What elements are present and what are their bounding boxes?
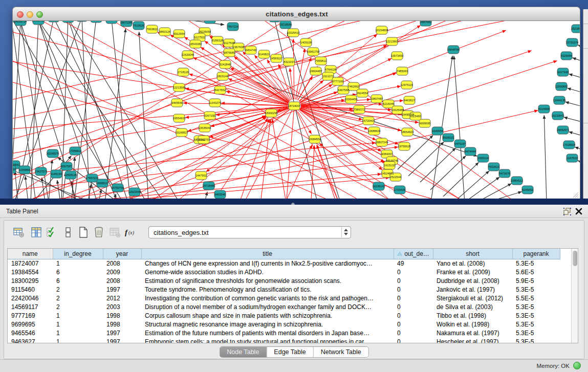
cell-pagerank[interactable]: 5.5E-5 (512, 294, 560, 302)
cell-pagerank[interactable]: 5.3E-5 (512, 329, 560, 337)
column-header-pagerank[interactable]: pagerank (512, 249, 560, 259)
column-header-out_degree[interactable]: out_de… (394, 249, 433, 259)
graph-node[interactable] (76, 21, 88, 21)
cell-name[interactable]: 9465546 (8, 329, 53, 337)
select-all-rows-icon[interactable] (44, 225, 59, 240)
cell-in_degree[interactable]: 2 (53, 302, 103, 311)
table-row[interactable]: 1938455462009Genome-wide association stu… (8, 268, 560, 276)
graph-node[interactable] (106, 21, 117, 24)
column-header-short[interactable]: short (433, 249, 512, 259)
cell-title[interactable]: Investigating the contribution of common… (141, 294, 394, 302)
cell-out_degree[interactable]: 0 (394, 302, 433, 311)
table-row[interactable]: 946362711997Embryonic stem cells: a mode… (8, 337, 560, 343)
table-row[interactable]: 969969511998Structural magnetic resonanc… (8, 320, 560, 329)
cell-year[interactable]: 2008 (103, 259, 141, 268)
cell-year[interactable]: 1998 (103, 311, 141, 320)
network-canvas[interactable]: 2005334624055724206914061250513510653287… (12, 21, 580, 200)
cell-in_degree[interactable]: 1 (53, 329, 103, 337)
cell-in_degree[interactable]: 6 (53, 276, 103, 285)
cell-name[interactable]: 19384554 (8, 268, 53, 276)
graph-node[interactable] (62, 21, 74, 23)
cell-name[interactable]: 18300295 (8, 276, 53, 285)
cell-in_degree[interactable]: 6 (53, 268, 103, 276)
cell-name[interactable]: 22420046 (8, 294, 53, 302)
column-header-in_degree[interactable]: in_degree (53, 249, 103, 259)
cell-title[interactable]: Changes of HCN gene expression and I(f) … (141, 259, 394, 268)
graph-node[interactable] (48, 21, 59, 22)
close-panel-icon[interactable] (575, 207, 583, 215)
scrollbar-thumb[interactable] (573, 251, 577, 266)
cell-out_degree[interactable]: 0 (394, 320, 433, 329)
cell-pagerank[interactable]: 5.9E-5 (512, 276, 560, 285)
cell-out_degree[interactable]: 0 (394, 337, 433, 343)
cell-year[interactable]: 1997 (103, 285, 141, 294)
cell-name[interactable]: 14569117 (8, 302, 53, 311)
cell-in_degree[interactable]: 1 (53, 337, 103, 343)
cell-year[interactable]: 1997 (103, 329, 141, 337)
tab-network-table[interactable]: Network Table (314, 347, 368, 357)
table-selector-combobox[interactable]: citations_edges.txt (148, 226, 351, 238)
graph-node[interactable] (91, 21, 102, 23)
table-row[interactable]: 1830029562008Estimation of significance … (8, 276, 560, 285)
cell-name[interactable]: 9463627 (8, 337, 53, 343)
table-row[interactable]: 946554611997Estimation of the future num… (8, 329, 560, 337)
tab-edge-table[interactable]: Edge Table (267, 347, 313, 357)
unselect-rows-icon[interactable] (60, 225, 76, 240)
graph-node[interactable] (269, 21, 280, 22)
cell-short[interactable]: Dudbridge et al. (2008) (433, 276, 512, 285)
cell-short[interactable]: Jankovic et al. (1997) (433, 285, 512, 294)
cell-year[interactable]: 2008 (103, 276, 141, 285)
cell-title[interactable]: Estimation of the future numbers of pati… (141, 329, 394, 337)
cell-year[interactable]: 2009 (103, 268, 141, 276)
combobox-stepper-icon[interactable] (341, 227, 350, 237)
column-header-name[interactable]: name (8, 249, 53, 259)
cell-title[interactable]: Estimation of significance thresholds fo… (141, 276, 394, 285)
column-header-year[interactable]: year (103, 249, 141, 259)
cell-name[interactable]: 9777169 (8, 311, 53, 320)
delete-table-icon[interactable] (107, 225, 123, 240)
cell-out_degree[interactable]: 0 (394, 268, 433, 276)
cell-in_degree[interactable]: 1 (53, 259, 103, 268)
cell-in_degree[interactable]: 1 (53, 311, 103, 320)
cell-short[interactable]: Yano et al. (2008) (433, 259, 512, 268)
cell-short[interactable]: de Silva et al. (2003) (433, 302, 512, 311)
delete-columns-icon[interactable] (91, 225, 106, 240)
cell-short[interactable]: Franke et al. (2009) (433, 268, 512, 276)
table-row[interactable]: 977716911998Corpus callosum shape and si… (8, 311, 560, 320)
cell-title[interactable]: Disruption of a novel member of a sodium… (141, 302, 394, 311)
table-row[interactable]: 1456911722003Disruption of a novel membe… (8, 302, 560, 311)
float-panel-icon[interactable] (563, 207, 572, 216)
cell-name[interactable]: 18724007 (8, 259, 53, 268)
cell-in_degree[interactable]: 1 (53, 320, 103, 329)
cell-in_degree[interactable]: 2 (53, 285, 103, 294)
cell-title[interactable]: Embryonic stem cells: a model to study s… (141, 337, 394, 343)
cell-pagerank[interactable]: 5.3E-5 (512, 302, 560, 311)
memory-ok-indicator-icon[interactable] (573, 362, 581, 369)
cell-short[interactable]: Tibbo et al. (1998) (433, 311, 512, 320)
cell-short[interactable]: Wolkin et al. (1998) (433, 320, 512, 329)
cell-pagerank[interactable]: 5.3E-5 (512, 337, 560, 343)
network-window-titlebar[interactable]: citations_edges.txt (12, 7, 580, 21)
cell-out_degree[interactable]: 0 (394, 276, 433, 285)
cell-out_degree[interactable]: 0 (394, 294, 433, 302)
table-row[interactable]: 911546021997Tourette syndrome. Phenomeno… (8, 285, 560, 294)
cell-pagerank[interactable]: 5.3E-5 (512, 259, 560, 268)
cell-short[interactable]: Nakamura et al. (1997) (433, 329, 512, 337)
table-row[interactable]: 2242004622012Investigating the contribut… (8, 294, 560, 302)
window-resize-grip[interactable] (573, 192, 579, 198)
table-vertical-scrollbar[interactable] (571, 249, 578, 343)
cell-pagerank[interactable]: 5.3E-5 (512, 320, 560, 329)
cell-pagerank[interactable]: 5.6E-5 (512, 268, 560, 276)
cell-short[interactable]: Hescheler et al. (1997) (433, 337, 512, 343)
cell-pagerank[interactable]: 5.3E-5 (512, 311, 560, 320)
cell-year[interactable]: 1997 (103, 337, 141, 343)
cell-title[interactable]: Corpus callosum shape and size in male p… (141, 311, 394, 320)
table-row[interactable]: 1872400712008Changes of HCN gene express… (8, 259, 560, 268)
cell-year[interactable]: 2003 (103, 302, 141, 311)
cell-title[interactable]: Structural magnetic resonance image aver… (141, 320, 394, 329)
cell-short[interactable]: Stergiakouli et al. (2012) (433, 294, 512, 302)
network-graph[interactable]: 2005334624055724206914061250513510653287… (13, 21, 580, 199)
cell-name[interactable]: 9115460 (8, 285, 53, 294)
create-new-column-icon[interactable] (76, 225, 91, 240)
cell-pagerank[interactable]: 5.3E-5 (512, 285, 560, 294)
